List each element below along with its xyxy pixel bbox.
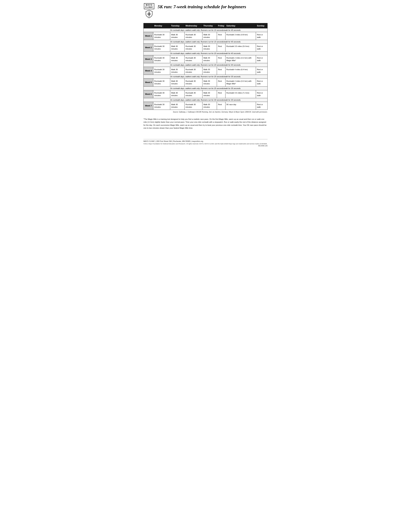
week-3-col-4: Walk 30 minutes	[202, 55, 217, 63]
week-1-label: Week 1	[144, 32, 153, 40]
week-7-col-3: Run/walk 30 minutes	[184, 102, 202, 110]
week-5-col-3: Run/walk 30 minutes	[184, 78, 202, 86]
week-7-label: Week 7	[144, 102, 153, 110]
source-citation: Source: Galloway, J. Galloway's 5K/10K R…	[143, 111, 268, 113]
week-1-col-5: Rest	[217, 32, 225, 40]
mayo-clinic-logo: MAYO CLINIC	[144, 3, 154, 9]
week-3-label: Week 3	[144, 55, 153, 63]
week-5-col-2: Walk 30 minutes	[170, 78, 184, 86]
week-4-data-row: Week 4Run/walk 30 minutesWalk 30 minutes…	[144, 67, 268, 75]
week-3-col-3: Run/walk 30 minutes	[184, 55, 202, 63]
week-4-col-7: Rest or walk	[256, 67, 267, 75]
week-1-col-3: Run/walk 30 minutes	[184, 32, 202, 40]
week-4-col-5: Rest	[217, 67, 225, 75]
shield-logo-icon	[146, 10, 153, 18]
week-4-col-2: Walk 30 minutes	[170, 67, 184, 75]
week-6-col-5: Rest	[217, 90, 225, 98]
week-5-col-1: Run/walk 30 minutes	[153, 78, 170, 86]
week-2-col-5: Rest	[217, 44, 225, 51]
week-2-col-7: Rest or walk	[256, 44, 267, 51]
col-header-monday: Monday	[153, 23, 170, 28]
week-6-note-row: On run/walk days, walkers walk only. Run…	[144, 86, 268, 90]
week-6-col-3: Run/walk 30 minutes	[184, 90, 202, 98]
col-header-tuesday: Tuesday	[170, 23, 184, 28]
schedule-table: Monday Tuesday Wednesday Thursday Friday…	[143, 23, 268, 110]
week-1-col-7: Rest or walk	[256, 32, 267, 40]
week-7-col-6: 5K race day	[225, 102, 256, 110]
page-title: 5K run: 7-week training schedule for beg…	[158, 3, 246, 10]
week-7-data-row: Week 7Run/walk 30 minutesWalk 30 minutes…	[144, 102, 268, 110]
week-2-col-1: Run/walk 30 minutes	[153, 44, 170, 51]
week-6-data-row: Week 6Run/walk 30 minutesWalk 30 minutes…	[144, 90, 268, 98]
week-2-col-6: Run/walk 3.5 miles (5.6 km)	[225, 44, 256, 51]
footer-contact: MAYO CLINIC | 200 First Street SW | Roch…	[143, 139, 268, 142]
week-5-col-5: Rest	[217, 78, 225, 86]
week-7-col-1: Run/walk 30 minutes	[153, 102, 170, 110]
week-3-col-6: Run/walk 2 miles (3.2 km) with Magic Mil…	[225, 55, 256, 63]
week-5-note-row: On run/walk days, walkers walk only. Run…	[144, 75, 268, 78]
week-2-col-3: Run/walk 30 minutes	[184, 44, 202, 51]
footer-copyright: ©2011 Mayo Foundation for Medical Educat…	[143, 143, 268, 145]
week-5-col-7: Rest or walk	[256, 78, 267, 86]
col-header-saturday: Saturday	[225, 23, 256, 28]
week-5-label: Week 5	[144, 78, 153, 86]
week-2-label: Week 2	[144, 44, 153, 51]
week-4-label: Week 4	[144, 67, 153, 75]
week-3-note-row: On run/walk days, walkers walk only. Run…	[144, 51, 268, 55]
week-1-col-2: Walk 30 minutes	[170, 32, 184, 40]
week-6-col-4: Walk 30 minutes	[202, 90, 217, 98]
week-6-col-6: Run/walk 4.5 miles (7.2 km)	[225, 90, 256, 98]
week-6-col-2: Walk 30 minutes	[170, 90, 184, 98]
page-header: MAYO CLINIC 5K run: 7-week training sche…	[143, 3, 268, 18]
week-1-col-1: Run/walk 30 minutes	[153, 32, 170, 40]
week-3-data-row: Week 3Run/walk 30 minutesWalk 30 minutes…	[144, 55, 268, 63]
week-3-col-5: Rest	[217, 55, 225, 63]
logo-area: MAYO CLINIC	[143, 3, 155, 18]
col-header-sunday: Sunday	[256, 23, 267, 28]
week-1-col-6: Run/walk 3 miles (4.8 km)	[225, 32, 256, 40]
week-1-note-row: On run/walk days, walkers walk only. Run…	[144, 28, 268, 32]
week-3-col-7: Rest or walk	[256, 55, 267, 63]
col-header-wednesday: Wednesday	[184, 23, 202, 28]
week-4-col-6: Run/walk 4 miles (6.4 km)	[225, 67, 256, 75]
magic-mile-footnote: *The Magic Mile is a training tool desig…	[143, 118, 268, 130]
week-2-note-row: On run/walk days, walkers walk only. Run…	[144, 40, 268, 44]
week-7-col-2: Walk 30 minutes	[170, 102, 184, 110]
week-4-note-row: On run/walk days, walkers walk only. Run…	[144, 63, 268, 67]
week-2-data-row: Week 2Run/walk 30 minutesWalk 30 minutes…	[144, 44, 268, 51]
week-2-col-4: Walk 30 minutes	[202, 44, 217, 51]
week-4-col-1: Run/walk 30 minutes	[153, 67, 170, 75]
footer-doc-id: MC0498-105	[143, 145, 268, 147]
week-7-col-5: Rest	[217, 102, 225, 110]
week-3-col-2: Walk 30 minutes	[170, 55, 184, 63]
table-header-row: Monday Tuesday Wednesday Thursday Friday…	[144, 23, 268, 28]
week-6-col-1: Run/walk 30 minutes	[153, 90, 170, 98]
week-7-note-row: On run/walk days, walkers walk only. Run…	[144, 98, 268, 102]
week-5-col-4: Walk 30 minutes	[202, 78, 217, 86]
week-5-col-6: Run/walk 2 miles (3.2 km) with Magic Mil…	[225, 78, 256, 86]
week-6-label: Week 6	[144, 90, 153, 98]
week-3-col-1: Run/walk 30 minutes	[153, 55, 170, 63]
week-7-col-4: Walk 30 minutes	[202, 102, 217, 110]
week-6-col-7: Rest or walk	[256, 90, 267, 98]
col-header-friday: Friday	[217, 23, 225, 28]
week-1-col-4: Walk 30 minutes	[202, 32, 217, 40]
week-2-col-2: Walk 30 minutes	[170, 44, 184, 51]
week-5-data-row: Week 5Run/walk 30 minutesWalk 30 minutes…	[144, 78, 268, 86]
col-header-thursday: Thursday	[202, 23, 217, 28]
week-7-col-7: Rest or walk	[256, 102, 267, 110]
week-4-col-3: Run/walk 30 minutes	[184, 67, 202, 75]
col-header-empty	[144, 23, 153, 28]
week-1-data-row: Week 1Run/walk 30 minutesWalk 30 minutes…	[144, 32, 268, 40]
week-4-col-4: Walk 30 minutes	[202, 67, 217, 75]
